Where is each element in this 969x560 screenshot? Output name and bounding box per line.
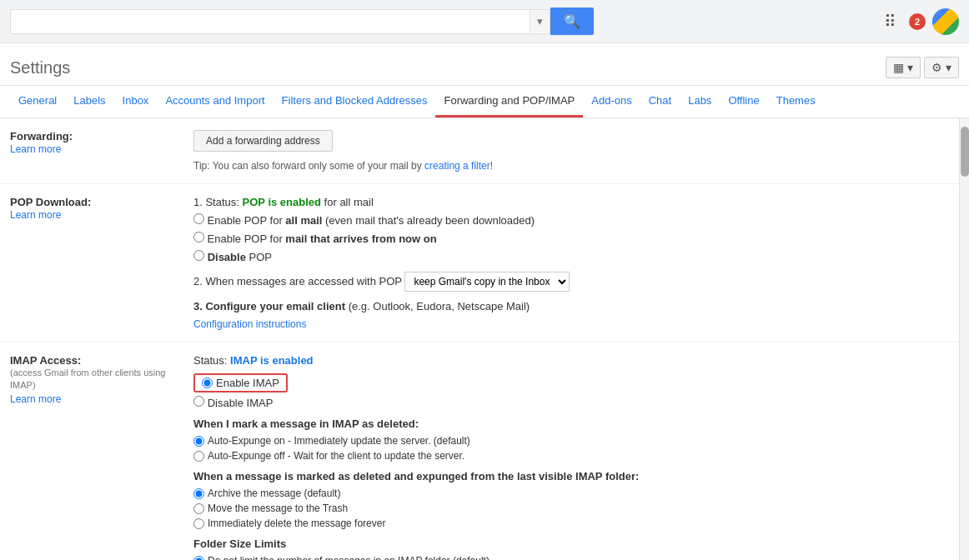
scrollbar[interactable] [959,118,969,560]
top-right-icons: ⠿ 2 [879,7,959,37]
pop-option1-label[interactable]: Enable POP for all mail (even mail that'… [193,214,535,227]
tab-themes[interactable]: Themes [768,86,824,118]
search-dropdown-button[interactable]: ▾ [530,10,550,32]
archive-radio[interactable] [193,488,204,499]
disable-imap-label[interactable]: Disable IMAP [193,396,273,409]
pop-step1: 1. Status: POP is enabled for all mail [193,196,949,208]
tip-static: Tip: You can also forward only some of y… [193,160,422,172]
tab-addons[interactable]: Add-ons [583,86,640,118]
badge-count: 2 [909,13,926,30]
trash-radio[interactable] [193,503,204,514]
pop-learn-more[interactable]: Learn more [10,209,61,221]
imap-title: IMAP Access: [10,354,180,367]
creating-filter-link[interactable]: creating a filter! [424,160,493,172]
imap-label: IMAP Access: (access Gmail from other cl… [10,354,193,560]
gear-icon: ⚙ [931,61,942,74]
search-button[interactable]: 🔍 [550,8,594,35]
imap-status-row: Status: IMAP is enabled [193,354,949,367]
delete-label[interactable]: Immediately delete the message forever [208,518,385,529]
tip-text: Tip: You can also forward only some of y… [193,160,949,172]
pop-option1-radio[interactable] [193,213,204,224]
enable-imap-radio[interactable] [202,378,213,388]
tab-offline[interactable]: Offline [720,86,767,118]
tab-filters[interactable]: Filters and Blocked Addresses [274,86,436,118]
settings-container: Settings ▦ ▾ ⚙ ▾ General Labels Inbox Ac… [0,43,969,560]
layout-button[interactable]: ▦ ▾ [886,57,921,78]
folder-no-limit-label[interactable]: Do not limit the number of messages in a… [208,555,490,560]
search-input[interactable] [11,10,530,33]
tab-labels[interactable]: Labels [65,86,113,118]
disable-imap-radio[interactable] [193,396,204,407]
pop-step1-label: 1. Status: [193,196,239,208]
pop-option3-radio[interactable] [193,250,204,261]
trash-label[interactable]: Move the message to the Trash [208,502,348,514]
tab-chat[interactable]: Chat [640,86,680,118]
pop-body: 1. Status: POP is enabled for all mail E… [193,196,949,330]
pop-option2-label[interactable]: Enable POP for mail that arrives from no… [193,232,437,245]
top-bar: ▾ 🔍 ⠿ 2 [0,0,969,43]
tab-general[interactable]: General [10,86,65,118]
pop-option3-label[interactable]: Disable POP [193,251,272,263]
folder-no-limit-radio[interactable] [193,556,204,561]
settings-content: Forwarding: Learn more Add a forwarding … [0,118,969,560]
auto-expunge-on-option: Auto-Expunge on - Immediately update the… [193,435,949,447]
pop-section: POP Download: Learn more 1. Status: POP … [0,184,959,342]
auto-expunge-on-label[interactable]: Auto-Expunge on - Immediately update the… [208,435,470,447]
pop-all-mail-bold: all mail [285,214,322,227]
forwarding-learn-more[interactable]: Learn more [10,143,61,155]
enable-imap-label[interactable]: Enable IMAP [193,373,288,392]
imap-enable-option: Enable IMAP [193,373,949,392]
forwarding-body: Add a forwarding address Tip: You can al… [193,130,949,172]
tab-accounts[interactable]: Accounts and Import [157,86,273,118]
pop-option3: Disable POP [193,250,949,263]
pop-label: POP Download: Learn more [10,196,193,330]
auto-expunge-off-option: Auto-Expunge off - Wait for the client t… [193,450,949,462]
archive-option: Archive the message (default) [193,488,949,499]
gear-button[interactable]: ⚙ ▾ [924,57,959,78]
delete-option: Immediately delete the message forever [193,518,949,529]
auto-expunge-on-radio[interactable] [193,436,204,447]
pop-step3: 3. Configure your email client (e.g. Out… [193,300,949,312]
search-input-wrapper: ▾ [10,9,550,34]
imap-learn-more[interactable]: Learn more [10,393,61,405]
notification-badge[interactable]: 2 [909,13,926,30]
layout-icon: ▦ [893,61,904,74]
tab-inbox[interactable]: Inbox [114,86,158,118]
forwarding-title: Forwarding: [10,130,180,142]
page-title: Settings [10,58,70,78]
archive-label[interactable]: Archive the message (default) [208,488,340,499]
forwarding-section: Forwarding: Learn more Add a forwarding … [0,118,959,184]
pop-option2-radio[interactable] [193,232,204,242]
settings-header: Settings ▦ ▾ ⚙ ▾ [0,43,969,86]
imap-disable-option: Disable IMAP [193,396,949,409]
pop-new-mail-bold: mail that arrives from now on [285,232,436,245]
imap-subtitle: (access Gmail from other clients using I… [10,367,180,392]
pop-config-link-wrap: Configuration instructions [193,318,949,330]
pop-status-suffix: for all mail [324,196,374,208]
pop-disable-bold: Disable [208,251,246,263]
avatar[interactable] [932,8,959,35]
auto-expunge-off-radio[interactable] [193,451,204,462]
pop-step3-num: 3. Configure your email client [193,300,345,312]
dropdown-arrow-icon: ▾ [907,61,913,74]
search-icon: 🔍 [564,14,580,28]
scrollbar-thumb[interactable] [961,127,969,177]
pop-action-select[interactable]: keep Gmail's copy in the Inbox archive G… [404,272,570,292]
pop-status-green: POP is enabled [243,196,321,208]
imap-status-label: Status: [193,354,227,367]
imap-body: Status: IMAP is enabled Enable IMAP [193,354,949,560]
add-forwarding-button[interactable]: Add a forwarding address [193,130,333,152]
grid-icon-button[interactable]: ⠿ [879,7,902,37]
auto-expunge-off-label[interactable]: Auto-Expunge off - Wait for the client t… [208,450,464,462]
imap-section: IMAP Access: (access Gmail from other cl… [0,342,959,560]
pop-step3-suffix: (e.g. Outlook, Eudora, Netscape Mail) [349,300,530,312]
gear-dropdown-icon: ▾ [946,61,951,74]
tab-forwarding[interactable]: Forwarding and POP/IMAP [435,86,583,118]
header-actions: ▦ ▾ ⚙ ▾ [886,57,959,78]
config-link[interactable]: Configuration instructions [193,318,306,330]
imap-status-text: IMAP is enabled [230,354,313,367]
pop-step2-label: 2. When messages are accessed with POP [193,275,402,288]
delete-radio[interactable] [193,518,204,529]
tab-labs[interactable]: Labs [680,86,720,118]
pop-title: POP Download: [10,196,180,208]
